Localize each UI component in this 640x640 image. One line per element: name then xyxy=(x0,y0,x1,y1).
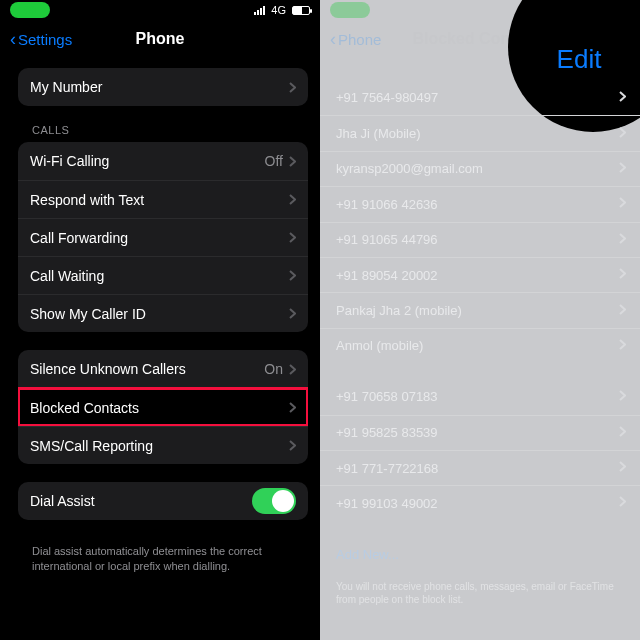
row-label: Show My Caller ID xyxy=(30,306,146,322)
blocked-contact-row[interactable]: Anmol (mobile) xyxy=(320,328,640,363)
chevron-left-icon: ‹ xyxy=(330,30,336,48)
dial-assist-footnote: Dial assist automatically determines the… xyxy=(18,538,308,574)
chevron-right-icon xyxy=(289,402,296,413)
blocked-contact-row[interactable]: kyransp2000@gmail.com xyxy=(320,151,640,186)
network-label: 4G xyxy=(271,4,286,16)
chevron-right-icon xyxy=(289,308,296,319)
row-show-my-caller-id[interactable]: Show My Caller ID xyxy=(18,294,308,332)
recording-pill: 00 xyxy=(10,2,50,18)
contact-label: Anmol (mobile) xyxy=(336,338,423,353)
chevron-right-icon xyxy=(619,91,626,102)
row-call-waiting[interactable]: Call Waiting xyxy=(18,256,308,294)
row-call-forwarding[interactable]: Call Forwarding xyxy=(18,218,308,256)
toggle-switch[interactable] xyxy=(252,488,296,514)
add-new-label: Add New... xyxy=(336,547,399,562)
chevron-left-icon: ‹ xyxy=(10,30,16,48)
row-label: SMS/Call Reporting xyxy=(30,438,153,454)
chevron-right-icon xyxy=(619,233,626,244)
row-respond-with-text[interactable]: Respond with Text xyxy=(18,180,308,218)
row-label: Silence Unknown Callers xyxy=(30,361,186,377)
page-title: Phone xyxy=(136,30,185,48)
row-aux: On xyxy=(264,361,283,377)
contact-label: Pankaj Jha 2 (mobile) xyxy=(336,303,462,318)
row-aux: Off xyxy=(265,153,283,169)
row-label: Blocked Contacts xyxy=(30,400,139,416)
chevron-right-icon xyxy=(289,440,296,451)
back-label: Phone xyxy=(338,31,381,48)
contact-label: +91 95825 83539 xyxy=(336,425,438,440)
contact-label: +91 91065 44796 xyxy=(336,232,438,247)
chevron-right-icon xyxy=(619,127,626,138)
nav-bar: ‹ Settings Phone xyxy=(0,20,320,58)
row-my-number[interactable]: My Number xyxy=(18,68,308,106)
blocked-contact-row[interactable]: Jha Ji (Mobile) xyxy=(320,115,640,150)
contact-label: +91 70658 07183 xyxy=(336,389,438,404)
chevron-right-icon xyxy=(619,197,626,208)
row-label: Call Waiting xyxy=(30,268,104,284)
contact-label: +91 7564-980497 xyxy=(336,90,438,105)
row-blocked-contacts[interactable]: Blocked Contacts xyxy=(18,388,308,426)
recording-pill: 00 xyxy=(330,2,370,18)
back-button[interactable]: ‹ Settings xyxy=(10,30,72,48)
signal-icon xyxy=(254,6,265,15)
row-wi-fi-calling[interactable]: Wi-Fi CallingOff xyxy=(18,142,308,180)
contact-label: Jha Ji (Mobile) xyxy=(336,126,421,141)
chevron-right-icon xyxy=(289,194,296,205)
blocked-contact-row[interactable]: +91 771-7722168 xyxy=(320,450,640,485)
row-label: My Number xyxy=(30,79,102,95)
contact-label: kyransp2000@gmail.com xyxy=(336,161,483,176)
chevron-right-icon xyxy=(619,304,626,315)
blocked-contact-row[interactable]: +91 99103 49002 xyxy=(320,485,640,520)
blocked-contact-row[interactable]: +91 89054 20002 xyxy=(320,257,640,292)
contact-label: +91 91066 42636 xyxy=(336,197,438,212)
chevron-right-icon xyxy=(619,426,626,437)
blocked-footnote: You will not receive phone calls, messag… xyxy=(320,572,640,606)
chevron-right-icon xyxy=(289,364,296,375)
back-label: Settings xyxy=(18,31,72,48)
contact-label: +91 771-7722168 xyxy=(336,461,438,476)
chevron-right-icon xyxy=(289,156,296,167)
battery-icon xyxy=(292,6,310,15)
row-dial-assist[interactable]: Dial Assist xyxy=(18,482,308,520)
group-dial-assist: Dial Assist xyxy=(18,482,308,520)
group-my-number: My Number xyxy=(18,68,308,106)
chevron-right-icon xyxy=(289,232,296,243)
blocked-contact-row[interactable]: +91 95825 83539 xyxy=(320,415,640,450)
chevron-right-icon xyxy=(619,461,626,472)
edit-button[interactable]: Edit xyxy=(557,44,602,75)
row-label: Call Forwarding xyxy=(30,230,128,246)
phone-settings-screen: 00 4G ‹ Settings Phone My Number xyxy=(0,0,320,640)
blocked-contact-row[interactable]: +91 91066 42636 xyxy=(320,186,640,221)
chevron-right-icon xyxy=(289,82,296,93)
back-button[interactable]: ‹ Phone xyxy=(330,30,381,48)
chevron-right-icon xyxy=(289,270,296,281)
blocked-contact-row[interactable]: Pankaj Jha 2 (mobile) xyxy=(320,292,640,327)
blocked-list: +91 7564-980497Jha Ji (Mobile)kyransp200… xyxy=(320,58,640,606)
chevron-right-icon xyxy=(619,268,626,279)
status-bar: 00 4G xyxy=(0,0,320,20)
blocked-contact-row[interactable]: +91 91065 44796 xyxy=(320,222,640,257)
row-label: Dial Assist xyxy=(30,493,95,509)
blocked-contact-row[interactable]: +91 7564-980497 xyxy=(320,80,640,115)
contact-label: +91 89054 20002 xyxy=(336,268,438,283)
chevron-right-icon xyxy=(619,390,626,401)
row-sms-call-reporting[interactable]: SMS/Call Reporting xyxy=(18,426,308,464)
row-label: Wi-Fi Calling xyxy=(30,153,109,169)
add-new-row[interactable]: Add New... xyxy=(320,537,640,572)
row-silence-unknown-callers[interactable]: Silence Unknown CallersOn xyxy=(18,350,308,388)
contact-label: +91 99103 49002 xyxy=(336,496,438,511)
chevron-right-icon xyxy=(619,162,626,173)
group-calls: Wi-Fi CallingOffRespond with TextCall Fo… xyxy=(18,142,308,332)
chevron-right-icon xyxy=(619,339,626,350)
section-header-calls: CALLS xyxy=(18,124,308,142)
group-blocking: Silence Unknown CallersOnBlocked Contact… xyxy=(18,350,308,464)
chevron-right-icon xyxy=(619,496,626,507)
row-label: Respond with Text xyxy=(30,192,144,208)
blocked-contact-row[interactable]: +91 70658 07183 xyxy=(320,379,640,414)
blocked-contacts-screen: 00 ‹ Phone Blocked Contacts Edit +91 756… xyxy=(320,0,640,640)
